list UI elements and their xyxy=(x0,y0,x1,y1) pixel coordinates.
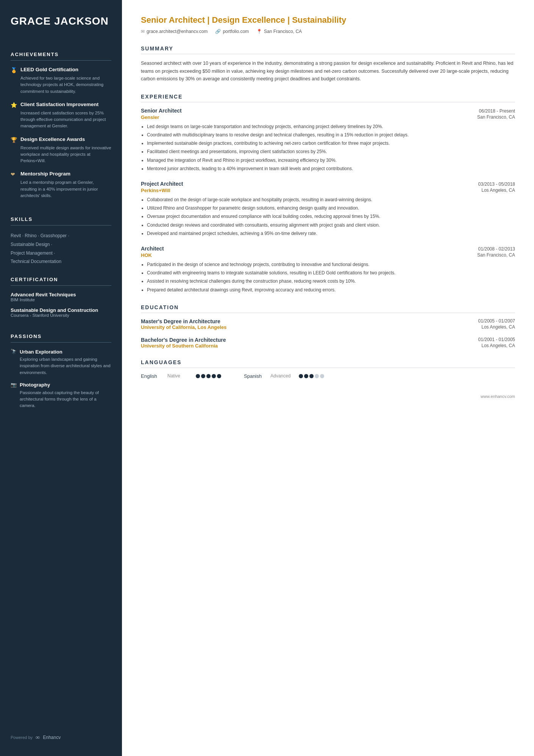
urban-title: Urban Exploration xyxy=(20,349,62,355)
location-icon: 📍 xyxy=(256,29,262,34)
achievement-item-satisfaction: ⭐ Client Satisfaction Improvement Increa… xyxy=(11,102,111,130)
edu-school-2: University of Southern California xyxy=(141,343,218,349)
link-icon: 🔗 xyxy=(215,29,221,34)
design-awards-desc: Received multiple design awards for inno… xyxy=(20,145,111,164)
achievements-section-title: ACHIEVEMENTS xyxy=(11,52,111,57)
passion-item-photography: 📷 Photography Passionate about capturing… xyxy=(11,382,111,409)
skills-line-4: Technical Documentation xyxy=(11,257,111,266)
title-part-1: Senior Architect xyxy=(141,15,205,25)
edu-degree-1: Master's Degree in Architecture xyxy=(141,318,220,324)
exp-bullet-1-2: Implemented sustainable design practices… xyxy=(147,140,515,147)
enhancv-logo-icon: ∞ xyxy=(36,734,40,741)
powered-by-label: Powered by xyxy=(11,735,33,740)
summary-divider xyxy=(141,54,515,54)
exp-location-3: San Francisco, CA xyxy=(477,252,515,258)
edu-location-1: Los Angeles, CA xyxy=(481,324,515,330)
leed-desc: Achieved for two large-scale science and… xyxy=(20,75,111,95)
exp-bullets-2: Collaborated on the design of large-scal… xyxy=(141,196,515,237)
title-part-3: Sustainability xyxy=(292,15,346,25)
sidebar: GRACE JACKSON ACHIEVEMENTS 🏅 LEED Gold C… xyxy=(0,0,122,756)
skills-line-2: Sustainable Design · xyxy=(11,240,111,249)
education-divider xyxy=(141,313,515,313)
exp-bullet-3-0: Participated in the design of science an… xyxy=(147,261,515,268)
main-content: Senior Architect | Design Excellence | S… xyxy=(122,0,534,756)
achievements-list: 🏅 LEED Gold Certification Achieved for t… xyxy=(11,67,111,206)
passions-section-title: PASSIONS xyxy=(11,333,111,339)
cert-sustainable-sub: Coursera - Stanford University xyxy=(11,313,111,318)
edu-dates-1: 01/2005 - 01/2007 xyxy=(478,318,515,324)
cert-revit-title: Advanced Revit Techniques xyxy=(11,292,111,297)
lang-name-english: English xyxy=(141,373,164,379)
urban-desc: Exploring urban landscapes and gaining i… xyxy=(20,356,111,376)
exp-company-2: Perkins+Will xyxy=(141,188,170,193)
exp-dates-2: 03/2013 - 05/2018 xyxy=(478,182,515,187)
achievement-item-leed: 🏅 LEED Gold Certification Achieved for t… xyxy=(11,67,111,95)
exp-bullet-3-3: Prepared detailed architectural drawings… xyxy=(147,286,515,294)
lang-dot-es-2 xyxy=(304,374,308,378)
email-text: grace.architect@enhancv.com xyxy=(147,29,208,34)
lang-dot-en-2 xyxy=(201,374,205,378)
lang-dot-es-1 xyxy=(299,374,303,378)
footer-url: www.enhancv.com xyxy=(481,394,515,399)
urban-icon: 🔭 xyxy=(11,349,17,355)
cert-divider xyxy=(11,285,111,286)
experience-section-title: EXPERIENCE xyxy=(141,94,515,100)
edu-degree-2: Bachelor's Degree in Architecture xyxy=(141,337,226,343)
lang-dots-spanish xyxy=(299,374,324,378)
summary-text: Seasoned architect with over 10 years of… xyxy=(141,59,515,83)
photography-title: Photography xyxy=(20,382,50,388)
exp-job-title-3: Architect xyxy=(141,246,164,252)
edu-item-masters: Master's Degree in Architecture 01/2005 … xyxy=(141,318,515,330)
exp-bullet-3-2: Assisted in resolving technical challeng… xyxy=(147,278,515,285)
exp-bullet-1-0: Led design teams on large-scale transpor… xyxy=(147,123,515,130)
mentorship-desc: Led a mentorship program at Gensler, res… xyxy=(20,179,111,199)
cert-item-sustainable: Sustainable Design and Construction Cour… xyxy=(11,307,111,318)
camera-icon: 📷 xyxy=(11,382,17,388)
exp-item-project-architect: Project Architect 03/2013 - 05/2018 Perk… xyxy=(141,181,515,237)
design-awards-title: Design Excellence Awards xyxy=(20,136,85,142)
skills-section-title: SKILLS xyxy=(11,216,111,222)
passions-list: 🔭 Urban Exploration Exploring urban land… xyxy=(11,349,111,415)
lang-dot-en-3 xyxy=(206,374,211,378)
contact-email: ✉ grace.architect@enhancv.com xyxy=(141,29,208,34)
languages-divider xyxy=(141,368,515,368)
heart-icon: ❤ xyxy=(11,171,17,178)
main-header: Senior Architect | Design Excellence | S… xyxy=(141,15,515,34)
star-icon: ⭐ xyxy=(11,102,17,108)
lang-item-spanish: Spanish Advanced xyxy=(244,373,324,379)
resume-container: GRACE JACKSON ACHIEVEMENTS 🏅 LEED Gold C… xyxy=(0,0,534,756)
exp-bullet-1-4: Managed the integration of Revit and Rhi… xyxy=(147,157,515,164)
lang-dot-es-5 xyxy=(320,374,324,378)
main-footer: www.enhancv.com xyxy=(141,394,515,399)
edu-school-1: University of California, Los Angeles xyxy=(141,324,226,330)
skills-line-3: Project Management · xyxy=(11,249,111,258)
exp-bullet-2-2: Oversaw project documentation and ensure… xyxy=(147,213,515,220)
lang-dot-es-3 xyxy=(309,374,314,378)
lang-name-spanish: Spanish xyxy=(244,373,267,379)
candidate-name: GRACE JACKSON xyxy=(11,15,111,27)
exp-dates-3: 01/2008 - 02/2013 xyxy=(478,246,515,252)
languages-row: English Native Spanish Advanced xyxy=(141,373,515,379)
exp-location-1: San Francisco, CA xyxy=(477,114,515,120)
languages-section-title: LANGUAGES xyxy=(141,359,515,365)
satisfaction-title: Client Satisfaction Improvement xyxy=(20,102,98,107)
enhancv-brand: Enhancv xyxy=(43,735,61,740)
exp-company-1: Gensler xyxy=(141,114,159,120)
lang-dot-en-1 xyxy=(196,374,200,378)
email-icon: ✉ xyxy=(141,29,145,34)
edu-item-bachelors: Bachelor's Degree in Architecture 01/200… xyxy=(141,337,515,349)
photography-desc: Passionate about capturing the beauty of… xyxy=(20,390,111,409)
cert-sustainable-title: Sustainable Design and Construction xyxy=(11,307,111,313)
achievement-item-design-awards: 🏆 Design Excellence Awards Received mult… xyxy=(11,136,111,164)
trophy-icon: 🏆 xyxy=(11,137,17,143)
exp-bullet-2-1: Utilized Rhino and Grasshopper for param… xyxy=(147,205,515,212)
leed-title: LEED Gold Certification xyxy=(20,67,78,72)
skills-line-1: Revit · Rhino · Grasshopper · xyxy=(11,232,111,240)
achievements-divider xyxy=(11,60,111,61)
leed-icon: 🏅 xyxy=(11,67,17,74)
skills-list: Revit · Rhino · Grasshopper · Sustainabl… xyxy=(11,232,111,266)
passion-item-urban: 🔭 Urban Exploration Exploring urban land… xyxy=(11,349,111,376)
exp-dates-1: 06/2018 - Present xyxy=(479,108,515,114)
exp-location-2: Los Angeles, CA xyxy=(481,188,515,193)
education-section-title: EDUCATION xyxy=(141,304,515,310)
